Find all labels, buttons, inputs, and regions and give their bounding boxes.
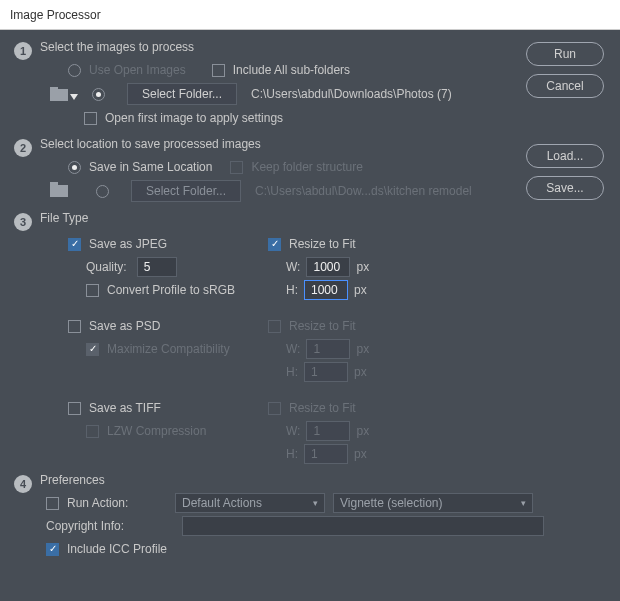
step-2-badge: 2 [14, 139, 32, 157]
psd-h-label: H: [286, 365, 298, 379]
include-icc-checkbox[interactable] [46, 543, 59, 556]
select-folder-radio[interactable] [92, 88, 105, 101]
save-tiff-label: Save as TIFF [89, 401, 161, 415]
action-select: Vignette (selection)▾ [333, 493, 533, 513]
jpeg-w-input[interactable]: 1000 [306, 257, 350, 277]
jpeg-w-label: W: [286, 260, 300, 274]
title-bar: Image Processor [0, 0, 620, 30]
quality-input[interactable]: 5 [137, 257, 177, 277]
chevron-down-icon: ▾ [521, 498, 526, 508]
open-first-image-checkbox[interactable] [84, 112, 97, 125]
keep-folder-structure-label: Keep folder structure [251, 160, 362, 174]
jpeg-resize-checkbox[interactable] [268, 238, 281, 251]
step-1-heading: Select the images to process [40, 40, 606, 54]
save-jpeg-label: Save as JPEG [89, 237, 167, 251]
psd-w-unit: px [356, 342, 369, 356]
save-same-location-radio[interactable] [68, 161, 81, 174]
dest-path: C:\Users\abdul\Dow...ds\kitchen remodel [255, 184, 472, 198]
psd-resize-checkbox [268, 320, 281, 333]
cancel-button[interactable]: Cancel [526, 74, 604, 98]
load-button[interactable]: Load... [526, 144, 604, 168]
step-4-heading: Preferences [40, 473, 606, 487]
tiff-w-input: 1 [306, 421, 350, 441]
step-1-badge: 1 [14, 42, 32, 60]
tiff-w-unit: px [356, 424, 369, 438]
maximize-compat-label: Maximize Compatibility [107, 342, 230, 356]
include-subfolders-label: Include All sub-folders [233, 63, 350, 77]
run-action-checkbox[interactable] [46, 497, 59, 510]
folder-save-icon [50, 185, 68, 197]
run-button[interactable]: Run [526, 42, 604, 66]
use-open-images-label: Use Open Images [89, 63, 186, 77]
tiff-resize-checkbox [268, 402, 281, 415]
save-tiff-checkbox[interactable] [68, 402, 81, 415]
tiff-h-input: 1 [304, 444, 348, 464]
tiff-resize-label: Resize to Fit [289, 401, 356, 415]
quality-label: Quality: [86, 260, 127, 274]
folder-download-icon [50, 87, 68, 101]
action-set-select: Default Actions▾ [175, 493, 325, 513]
jpeg-h-input[interactable]: 1000 [304, 280, 348, 300]
copyright-label: Copyright Info: [46, 519, 124, 533]
tiff-h-unit: px [354, 447, 367, 461]
section-3: 3 File Type Save as JPEG Quality:5 Conve… [14, 211, 606, 467]
open-first-image-label: Open first image to apply settings [105, 111, 283, 125]
save-psd-label: Save as PSD [89, 319, 160, 333]
psd-resize-label: Resize to Fit [289, 319, 356, 333]
section-1: 1 Select the images to process Use Open … [14, 40, 606, 131]
include-subfolders-checkbox[interactable] [212, 64, 225, 77]
step-3-badge: 3 [14, 213, 32, 231]
run-action-label: Run Action: [67, 496, 139, 510]
select-folder-button-1[interactable]: Select Folder... [127, 83, 237, 105]
lzw-checkbox [86, 425, 99, 438]
psd-w-input: 1 [306, 339, 350, 359]
maximize-compat-checkbox [86, 343, 99, 356]
step-4-badge: 4 [14, 475, 32, 493]
source-path: C:\Users\abdul\Downloads\Photos (7) [251, 87, 452, 101]
psd-w-label: W: [286, 342, 300, 356]
save-same-location-label: Save in Same Location [89, 160, 212, 174]
section-4: 4 Preferences Run Action: Default Action… [14, 473, 606, 562]
tiff-w-label: W: [286, 424, 300, 438]
step-2-heading: Select location to save processed images [40, 137, 606, 151]
jpeg-h-label: H: [286, 283, 298, 297]
jpeg-resize-label: Resize to Fit [289, 237, 356, 251]
convert-srgb-checkbox[interactable] [86, 284, 99, 297]
chevron-down-icon: ▾ [313, 498, 318, 508]
psd-h-unit: px [354, 365, 367, 379]
jpeg-w-unit: px [356, 260, 369, 274]
step-3-heading: File Type [40, 211, 606, 225]
copyright-input[interactable] [182, 516, 544, 536]
save-button[interactable]: Save... [526, 176, 604, 200]
window-title: Image Processor [10, 8, 101, 22]
arrow-down-icon [70, 94, 78, 100]
use-open-images-radio [68, 64, 81, 77]
lzw-label: LZW Compression [107, 424, 206, 438]
select-folder-button-2: Select Folder... [131, 180, 241, 202]
convert-srgb-label: Convert Profile to sRGB [107, 283, 235, 297]
psd-h-input: 1 [304, 362, 348, 382]
jpeg-h-unit: px [354, 283, 367, 297]
dialog-body: Run Cancel Load... Save... 1 Select the … [0, 30, 620, 601]
select-save-folder-radio[interactable] [96, 185, 109, 198]
save-psd-checkbox[interactable] [68, 320, 81, 333]
include-icc-label: Include ICC Profile [67, 542, 167, 556]
keep-folder-structure-checkbox [230, 161, 243, 174]
save-jpeg-checkbox[interactable] [68, 238, 81, 251]
tiff-h-label: H: [286, 447, 298, 461]
section-2: 2 Select location to save processed imag… [14, 137, 606, 205]
